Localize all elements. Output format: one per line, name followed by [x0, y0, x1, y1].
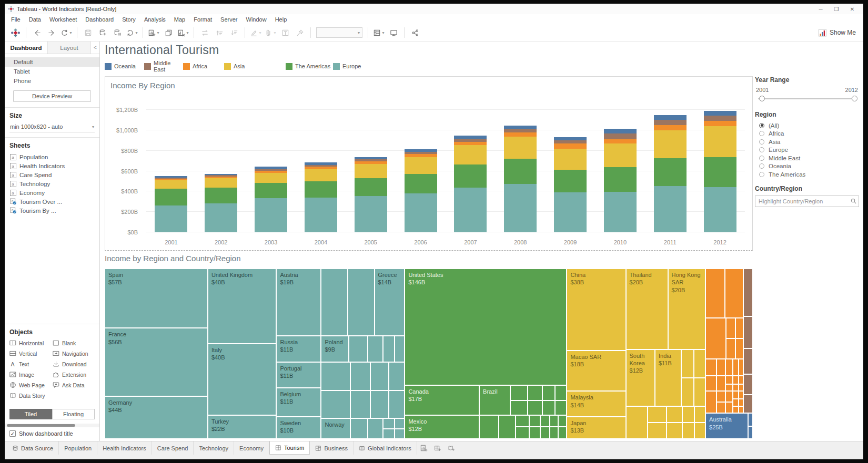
treemap-cell[interactable] — [743, 395, 753, 414]
bar-2003[interactable] — [255, 100, 287, 232]
device-preview-button[interactable]: Device Preview — [13, 90, 91, 102]
treemap-cell[interactable] — [321, 362, 350, 390]
treemap-cell[interactable] — [648, 423, 667, 439]
treemap-cell[interactable] — [716, 376, 725, 391]
bar-2008[interactable] — [504, 100, 537, 232]
treemap-cell[interactable] — [681, 378, 693, 406]
object-data-story[interactable]: Data Story — [9, 392, 52, 399]
treemap-cell[interactable] — [733, 391, 739, 399]
treemap-cell[interactable] — [725, 384, 733, 391]
menu-analysis[interactable]: Analysis — [140, 16, 170, 23]
bar-segment-middle-east[interactable] — [554, 140, 587, 144]
bar-segment-the-americas[interactable] — [205, 188, 237, 203]
treemap-cell[interactable] — [705, 318, 726, 359]
treemap-cell[interactable] — [368, 418, 382, 439]
slider-handle-right[interactable] — [852, 96, 857, 101]
bar-segment-europe[interactable] — [255, 198, 287, 232]
radio-icon[interactable] — [759, 139, 764, 145]
bar-segment-the-americas[interactable] — [405, 174, 437, 194]
year-range-slider[interactable] — [756, 94, 858, 104]
sidebar-sheet-care-spend[interactable]: aCare Spend — [9, 170, 95, 179]
treemap-cell-malaysia[interactable]: Malaysia$14B — [567, 391, 625, 417]
bar-segment-europe[interactable] — [405, 193, 437, 232]
bar-segment-asia[interactable] — [405, 157, 437, 174]
menu-worksheet[interactable]: Worksheet — [45, 16, 81, 23]
radio-icon[interactable] — [759, 123, 764, 128]
radio-icon[interactable] — [759, 163, 764, 169]
sidebar-sheet-tourism-over[interactable]: aTourism Over ... — [9, 197, 95, 206]
treemap-cell-macao-sar[interactable]: Macao SAR$18B — [567, 351, 625, 392]
bar-segment-oceania[interactable] — [604, 129, 637, 133]
sheet-tab-care-spend[interactable]: Care Spend — [152, 441, 194, 455]
duplicate-button[interactable] — [162, 26, 175, 39]
bar-segment-asia[interactable] — [704, 126, 736, 157]
bar-segment-middle-east[interactable] — [704, 116, 736, 121]
bar-segment-europe[interactable] — [654, 186, 687, 232]
country-search-input[interactable] — [755, 196, 859, 207]
bar-segment-europe[interactable] — [155, 205, 187, 232]
treemap-cell[interactable] — [748, 426, 753, 439]
sheet-tab-global-indicators[interactable]: Global Indicators — [354, 441, 417, 455]
bar-segment-asia[interactable] — [504, 137, 537, 159]
radio-icon[interactable] — [759, 156, 764, 161]
treemap-cell-japan[interactable]: Japan$13B — [567, 417, 625, 439]
treemap-cell[interactable] — [555, 385, 567, 400]
bar-2007[interactable] — [454, 100, 487, 232]
object-horizontal[interactable]: Horizontal — [9, 339, 52, 347]
sheet-tab-data-source[interactable]: Data Source — [7, 441, 59, 455]
bar-segment-europe[interactable] — [305, 198, 337, 232]
object-extension[interactable]: Extension — [53, 371, 95, 378]
bar-2009[interactable] — [554, 100, 587, 232]
treemap-cell[interactable] — [725, 269, 743, 318]
bar-segment-europe[interactable] — [205, 203, 237, 232]
treemap-cell-france[interactable]: France$56B — [105, 328, 208, 396]
bar-segment-the-americas[interactable] — [504, 159, 537, 183]
treemap-cell[interactable] — [370, 362, 388, 390]
treemap-cell[interactable] — [743, 348, 753, 374]
treemap-cell[interactable] — [705, 359, 716, 376]
treemap-cell[interactable] — [550, 427, 558, 439]
treemap-cell-india[interactable]: India$11B — [655, 349, 682, 407]
sort-ascending-button[interactable] — [213, 26, 226, 39]
treemap-cell-italy[interactable]: Italy$40B — [208, 344, 277, 415]
treemap-cell-portugal[interactable]: Portugal$11B — [276, 362, 321, 388]
treemap-cell-belgium[interactable]: Belgium$11B — [276, 388, 321, 417]
scrollbar-thumb[interactable] — [7, 424, 75, 427]
treemap-cell-turkey[interactable]: Turkey$22B — [208, 415, 277, 439]
bar-segment-africa[interactable] — [604, 139, 637, 144]
device-item-default[interactable]: Default — [5, 57, 99, 67]
bar-2010[interactable] — [604, 100, 637, 232]
treemap-cell[interactable] — [648, 406, 667, 423]
legend-item-europe[interactable]: Europe — [333, 63, 370, 70]
treemap-cell-united-states[interactable]: United States$146B — [405, 269, 567, 385]
treemap-cell[interactable] — [681, 349, 693, 378]
region-option-the-americas[interactable]: The Americas — [759, 170, 859, 179]
bar-segment-asia[interactable] — [205, 178, 237, 187]
treemap-cell-germany[interactable]: Germany$44B — [105, 396, 208, 439]
bar-2004[interactable] — [305, 100, 337, 232]
sheet-tab-business[interactable]: Business — [310, 441, 354, 455]
refresh-button[interactable]: ▾ — [126, 26, 138, 39]
new-dashboard-button[interactable] — [431, 441, 445, 455]
treemap-cell[interactable] — [540, 427, 550, 439]
swap-button[interactable] — [198, 26, 211, 39]
treemap-cell[interactable] — [395, 336, 405, 362]
treemap-cell[interactable] — [389, 390, 405, 418]
treemap-cell[interactable] — [542, 400, 556, 415]
treemap-cell[interactable] — [516, 427, 529, 439]
share-button[interactable] — [409, 26, 421, 39]
bar-segment-asia[interactable] — [255, 173, 287, 183]
new-worksheet-button[interactable] — [417, 441, 431, 455]
treemap-cell[interactable] — [725, 391, 733, 402]
radio-icon[interactable] — [759, 147, 764, 152]
treemap-cell[interactable] — [558, 427, 567, 439]
object-ask-data[interactable]: Ask Data — [53, 381, 95, 389]
treemap-cell[interactable] — [739, 399, 743, 407]
region-option-africa[interactable]: Africa — [759, 130, 859, 138]
treemap-cell[interactable] — [667, 423, 682, 439]
treemap-cell[interactable] — [743, 316, 753, 349]
save-button[interactable] — [82, 26, 94, 39]
replay-button[interactable]: ▾ — [60, 26, 73, 39]
new-worksheet-button[interactable]: ▾ — [147, 26, 160, 39]
sheet-tab-health-indicators[interactable]: Health Indicators — [97, 441, 152, 455]
